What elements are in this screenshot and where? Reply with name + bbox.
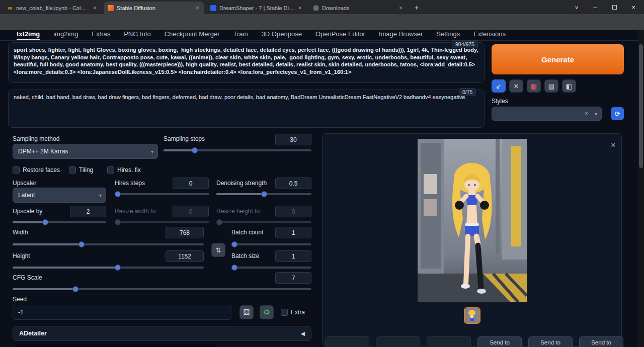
negative-prompt-textarea[interactable]: naked, child, bad hand, bad draw, bad dr… xyxy=(8,90,485,128)
tab-image-browser[interactable]: Image Browser xyxy=(379,30,423,40)
tab-title: Downloads xyxy=(322,5,395,11)
slider-knob[interactable] xyxy=(115,265,121,271)
tab-checkpoint-merger[interactable]: Checkpoint Merger xyxy=(165,30,220,40)
window-minimize-button[interactable]: – xyxy=(586,0,605,14)
batch-count-slider[interactable] xyxy=(231,241,311,247)
clear-styles-icon[interactable]: × xyxy=(585,110,588,117)
slider-knob[interactable] xyxy=(42,219,48,225)
browser-tab-stable-diffusion[interactable]: Stable Diffusion × xyxy=(104,2,204,14)
slider-knob[interactable] xyxy=(261,191,267,197)
denoising-strength-input[interactable]: 0.5 xyxy=(275,178,311,189)
slider-knob[interactable] xyxy=(192,147,198,153)
save-button[interactable] xyxy=(376,336,420,347)
denoising-strength-slider[interactable] xyxy=(216,191,311,197)
tab-txt2img[interactable]: txt2img xyxy=(17,30,40,40)
sampling-steps-input[interactable]: 30 xyxy=(275,134,311,145)
scrollbar-thumb[interactable] xyxy=(639,44,643,168)
height-input[interactable]: 1152 xyxy=(166,250,204,262)
browser-tab-dreamshaper[interactable]: DreamShaper - 7 | Stable Diffusio × xyxy=(206,2,307,14)
slider-knob[interactable] xyxy=(231,265,237,271)
browser-tab-colab[interactable]: ∞ new_colab_file.ipynb - Colaborat × xyxy=(3,2,102,14)
tab-close-icon[interactable]: × xyxy=(297,5,303,12)
checkbox-box[interactable] xyxy=(13,166,20,173)
hires-steps-label: Hires steps xyxy=(115,180,145,187)
apply-style-clipboard-icon[interactable]: ▤ xyxy=(544,79,558,93)
send-to-img2img-button[interactable]: Send to xyxy=(477,336,522,347)
extra-networks-cards-icon[interactable]: ▦ xyxy=(527,79,541,93)
close-gallery-icon[interactable]: ✕ xyxy=(608,140,618,150)
slider-knob[interactable] xyxy=(72,286,78,292)
clear-prompt-trash-icon[interactable]: ✕ xyxy=(509,79,523,93)
send-to-inpaint-button[interactable]: Send to xyxy=(528,336,573,347)
upscale-by-input[interactable]: 2 xyxy=(70,206,106,217)
output-gallery-panel: ✕ xyxy=(322,133,622,347)
slider-knob[interactable] xyxy=(115,191,121,197)
upscale-by-slider[interactable] xyxy=(13,219,106,225)
window-maximize-button[interactable] xyxy=(605,0,624,14)
refresh-styles-icon[interactable]: ⟳ xyxy=(611,107,624,120)
save-style-icon[interactable]: ◧ xyxy=(562,79,576,93)
extra-seed-checkbox[interactable]: Extra xyxy=(281,309,305,316)
negative-token-counter: 0/75 xyxy=(459,88,476,96)
slider-knob[interactable] xyxy=(231,241,237,247)
resize-width-input: 0 xyxy=(173,206,209,217)
tab-settings[interactable]: Settings xyxy=(436,30,460,40)
hires-steps-input[interactable]: 0 xyxy=(173,178,209,189)
tiling-checkbox[interactable]: Tiling xyxy=(69,166,93,173)
batch-count-input[interactable]: 1 xyxy=(275,227,311,238)
tab-extensions[interactable]: Extensions xyxy=(473,30,506,40)
gallery-thumbnail[interactable] xyxy=(464,307,480,324)
sampling-method-label: Sampling method xyxy=(13,135,59,142)
window-close-button[interactable]: × xyxy=(624,0,643,14)
zip-button[interactable] xyxy=(427,336,471,347)
sampling-steps-slider[interactable] xyxy=(164,147,311,153)
checkbox-box[interactable] xyxy=(107,166,114,173)
width-slider[interactable] xyxy=(13,241,204,247)
cfg-scale-slider[interactable] xyxy=(13,286,311,292)
generate-button[interactable]: Generate xyxy=(492,44,624,74)
tab-extras[interactable]: Extras xyxy=(92,30,110,40)
open-folder-button[interactable] xyxy=(325,336,369,347)
random-seed-dice-icon[interactable]: ⚄ xyxy=(239,305,254,319)
width-input[interactable]: 768 xyxy=(166,227,204,238)
accordion-collapse-icon: ◀ xyxy=(301,330,305,337)
swap-width-height-icon[interactable]: ⇅ xyxy=(211,243,225,257)
cfg-scale-input[interactable]: 7 xyxy=(275,272,311,284)
tab-close-icon[interactable]: × xyxy=(195,5,200,12)
tab-close-icon[interactable]: × xyxy=(398,5,404,12)
adetailer-accordion[interactable]: ADetailer ◀ xyxy=(13,326,311,341)
prompt-textarea[interactable]: sport shoes, fighter, fight, fight Glove… xyxy=(8,42,485,83)
reuse-seed-recycle-icon[interactable]: ♻ xyxy=(260,305,274,319)
tab-img2img[interactable]: img2img xyxy=(53,30,78,40)
batch-size-slider[interactable] xyxy=(231,265,311,271)
checkbox-box[interactable] xyxy=(69,166,76,173)
sampling-method-dropdown[interactable]: DPM++ 2M Karras ▾ xyxy=(13,144,158,159)
tab-search-chevron-icon[interactable]: ∨ xyxy=(570,0,584,14)
height-slider[interactable] xyxy=(13,265,204,271)
prompt-tools-row: ↙ ✕ ▦ ▤ ◧ xyxy=(492,79,576,93)
styles-dropdown[interactable]: × ▾ xyxy=(492,107,602,121)
tab-openpose-editor[interactable]: OpenPose Editor xyxy=(315,30,365,40)
hires-fix-checkbox[interactable]: Hires. fix xyxy=(107,166,141,173)
upscaler-dropdown[interactable]: Latent ▾ xyxy=(13,188,106,203)
chevron-down-icon: ▾ xyxy=(151,149,153,154)
generated-image[interactable] xyxy=(418,139,527,302)
tab-png-info[interactable]: PNG Info xyxy=(124,30,150,40)
paste-generation-params-icon[interactable]: ↙ xyxy=(492,79,506,93)
browser-tab-downloads[interactable]: ↓ Downloads × xyxy=(309,2,408,14)
new-tab-button[interactable]: + xyxy=(411,2,423,12)
send-to-extras-button[interactable]: Send to xyxy=(579,336,623,347)
tiling-label: Tiling xyxy=(79,166,93,173)
hires-steps-slider[interactable] xyxy=(115,191,209,197)
restore-faces-checkbox[interactable]: Restore faces xyxy=(13,166,60,173)
resize-height-input: 0 xyxy=(275,206,311,217)
seed-input[interactable]: -1 xyxy=(13,305,231,320)
page-scrollbar[interactable] xyxy=(638,30,644,347)
tab-train[interactable]: Train xyxy=(233,30,248,40)
seed-label: Seed xyxy=(13,296,27,303)
tab-3d-openpose[interactable]: 3D Openpose xyxy=(262,30,302,40)
tab-close-icon[interactable]: × xyxy=(92,5,98,12)
slider-knob[interactable] xyxy=(78,241,85,247)
batch-size-input[interactable]: 1 xyxy=(275,250,311,262)
checkbox-box[interactable] xyxy=(281,309,288,316)
